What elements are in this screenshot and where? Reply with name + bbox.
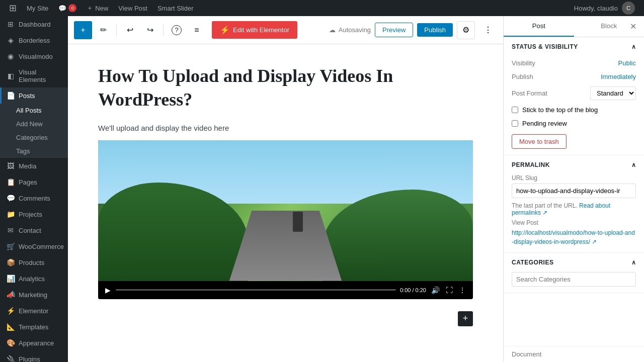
volume-button[interactable]: 🔊 xyxy=(430,285,441,295)
editor-content: How To Upload and Display Videos In Word… xyxy=(68,44,503,362)
redo-icon: ↪ xyxy=(147,25,153,35)
add-block-button[interactable]: + xyxy=(458,311,473,326)
howdy-menu[interactable]: Howdy, claudio C xyxy=(569,0,640,16)
post-body-text[interactable]: We'll upload and display the video here xyxy=(98,124,473,132)
permalink-header[interactable]: Permalink ∧ xyxy=(504,155,644,174)
status-visibility-section: Status & visibility ∧ Visibility Public … xyxy=(504,37,644,155)
sidebar-item-appearance[interactable]: 🎨 Appearance xyxy=(0,335,68,351)
video-thumbnail xyxy=(98,140,473,281)
toolbar-separator-1 xyxy=(116,24,117,36)
sub-item-all-posts[interactable]: All Posts xyxy=(0,104,68,117)
pending-review-checkbox[interactable] xyxy=(512,120,518,127)
smart-slider-label: Smart Slider xyxy=(157,5,194,12)
sidebar-item-dashboard[interactable]: ⊞ Dashboard xyxy=(0,16,68,32)
sidebar-item-analytics[interactable]: 📊 Analytics xyxy=(0,270,68,287)
publish-label: Publish xyxy=(424,26,446,34)
pending-review-label: Pending review xyxy=(522,120,567,127)
sidebar-item-posts[interactable]: 📄 Posts xyxy=(0,87,68,104)
edit-mode-button[interactable]: ✏ xyxy=(94,21,112,39)
posts-icon: 📄 xyxy=(7,92,15,100)
settings-button[interactable]: ⚙ xyxy=(457,21,475,39)
post-format-select[interactable]: Standard Aside Gallery Video Audio xyxy=(590,86,636,100)
comments-menu[interactable]: 💬 0 xyxy=(53,0,82,16)
publish-button[interactable]: Publish xyxy=(417,23,453,37)
sidebar-item-label: Media xyxy=(19,162,36,170)
url-slug-input[interactable] xyxy=(512,184,636,198)
categories-title: Categories xyxy=(512,259,553,266)
sidebar-item-elementor[interactable]: ⚡ Elementor xyxy=(0,303,68,319)
status-visibility-body: Visibility Public Publish Immediately Po… xyxy=(504,56,644,155)
play-button[interactable]: ▶ xyxy=(104,285,112,295)
fullscreen-button[interactable]: ⛶ xyxy=(445,285,454,295)
sidebar-item-label: Pages xyxy=(19,178,37,186)
more-options-button[interactable]: ⋮ xyxy=(479,21,497,39)
marketing-icon: 📣 xyxy=(7,291,15,299)
sidebar-item-pages[interactable]: 📋 Pages xyxy=(0,174,68,190)
redo-button[interactable]: ↪ xyxy=(141,21,159,39)
sidebar-item-visualmodo[interactable]: ◉ Visualmodo xyxy=(0,48,68,64)
sidebar-item-comments[interactable]: 💬 Comments xyxy=(0,190,68,206)
sidebar-item-label: Elementor xyxy=(19,307,48,315)
last-part-label: The last part of the URL. xyxy=(512,202,578,209)
sidebar-item-media[interactable]: 🖼 Media xyxy=(0,158,68,174)
post-title[interactable]: How To Upload and Display Videos In Word… xyxy=(98,64,473,112)
sidebar-item-label: Projects xyxy=(19,211,42,218)
sidebar: ⊞ Dashboard ◈ Borderless ◉ Visualmodo ◧ … xyxy=(0,16,68,362)
view-post-menu[interactable]: View Post xyxy=(113,0,152,16)
sidebar-item-label: Dashboard xyxy=(19,21,51,28)
wp-logo-menu[interactable]: ⊞ xyxy=(4,0,22,16)
sidebar-item-label: Borderless xyxy=(19,37,50,44)
collapse-icon: ∧ xyxy=(631,43,636,50)
visibility-value[interactable]: Public xyxy=(618,59,636,67)
sub-item-add-new[interactable]: Add New xyxy=(0,117,68,131)
sidebar-item-label: Comments xyxy=(19,195,50,202)
sidebar-item-borderless[interactable]: ◈ Borderless xyxy=(0,32,68,48)
panel-close-button[interactable]: ✕ xyxy=(626,20,640,34)
more-video-button[interactable]: ⋮ xyxy=(458,285,467,295)
publish-value[interactable]: Immediately xyxy=(601,73,636,80)
video-block[interactable]: ▶ 0:00 / 0:20 🔊 ⛶ ⋮ xyxy=(98,140,473,299)
smart-slider-menu[interactable]: Smart Slider xyxy=(152,0,199,16)
sidebar-item-label: Visual Elements xyxy=(19,68,63,83)
categories-header[interactable]: Categories ∧ xyxy=(504,253,644,272)
wp-logo-icon: ⊞ xyxy=(9,3,17,14)
stick-top-checkbox[interactable] xyxy=(512,107,518,113)
sidebar-item-visual-elements[interactable]: ◧ Visual Elements xyxy=(0,64,68,87)
sidebar-item-templates[interactable]: 📐 Templates xyxy=(0,319,68,335)
sub-item-tags[interactable]: Tags xyxy=(0,144,68,158)
video-controls: ▶ 0:00 / 0:20 🔊 ⛶ ⋮ xyxy=(98,281,473,299)
view-post-url-link[interactable]: http://localhost/visualmodo/how-to-uploa… xyxy=(512,228,636,246)
autosaving-label: Autosaving xyxy=(339,26,371,34)
info-button[interactable]: ? xyxy=(168,21,186,39)
dashboard-icon: ⊞ xyxy=(7,20,15,28)
plugins-icon: 🔌 xyxy=(7,355,15,362)
pages-icon: 📋 xyxy=(7,178,15,186)
sub-item-categories[interactable]: Categories xyxy=(0,131,68,144)
sidebar-item-label: Templates xyxy=(19,323,48,331)
publish-label: Publish xyxy=(512,73,533,80)
search-categories-input[interactable] xyxy=(512,272,636,287)
move-to-trash-button[interactable]: Move to trash xyxy=(512,134,567,149)
visibility-row: Visibility Public xyxy=(512,56,636,70)
elementor-edit-button[interactable]: ⚡ Edit with Elementor xyxy=(212,21,297,39)
sidebar-item-plugins[interactable]: 🔌 Plugins xyxy=(0,351,68,362)
borderless-icon: ◈ xyxy=(7,36,15,44)
tab-post[interactable]: Post xyxy=(504,16,574,37)
preview-button[interactable]: Preview xyxy=(375,23,413,37)
new-menu[interactable]: ＋ New xyxy=(82,0,113,16)
site-name-menu[interactable]: My Site xyxy=(22,0,53,16)
sidebar-item-label: Appearance xyxy=(19,339,54,347)
list-view-button[interactable]: ≡ xyxy=(188,21,206,39)
status-visibility-header[interactable]: Status & visibility ∧ xyxy=(504,37,644,56)
document-tab[interactable]: Document xyxy=(504,346,644,362)
sidebar-item-woocommerce[interactable]: 🛒 WooCommerce xyxy=(0,238,68,254)
undo-icon: ↩ xyxy=(127,25,133,35)
sidebar-item-marketing[interactable]: 📣 Marketing xyxy=(0,287,68,303)
sidebar-item-products[interactable]: 📦 Products xyxy=(0,254,68,270)
sidebar-item-contact[interactable]: ✉ Contact xyxy=(0,222,68,238)
video-progress-bar[interactable] xyxy=(116,289,396,291)
undo-button[interactable]: ↩ xyxy=(121,21,139,39)
add-block-toolbar-button[interactable]: + xyxy=(74,21,92,39)
comments-count: 0 xyxy=(68,4,76,12)
sidebar-item-projects[interactable]: 📁 Projects xyxy=(0,206,68,222)
